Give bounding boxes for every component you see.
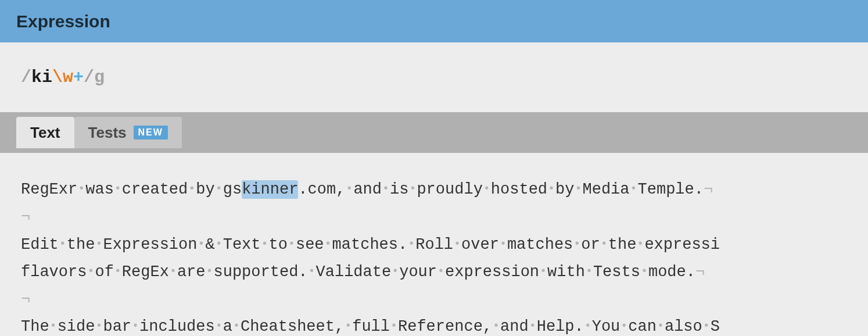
whitespace-dot-icon: •	[87, 264, 95, 278]
text-word: was	[85, 181, 114, 198]
tab-tests[interactable]: Tests NEW	[74, 117, 182, 148]
whitespace-dot-icon: •	[640, 264, 648, 278]
text-word: Help.	[537, 318, 584, 335]
text-word: &	[206, 236, 215, 253]
whitespace-dot-icon: •	[382, 182, 390, 195]
text-word: expression	[445, 263, 539, 281]
whitespace-dot-icon: •	[483, 182, 491, 195]
text-word: are	[177, 263, 206, 281]
text-word: Media	[583, 181, 630, 198]
whitespace-dot-icon: •	[657, 319, 665, 333]
regex-flags: g	[94, 67, 105, 87]
text-word: side	[58, 318, 95, 335]
whitespace-dot-icon: •	[492, 319, 500, 333]
text-word: to	[269, 236, 288, 253]
text-line: ¬	[21, 203, 847, 231]
text-word: with	[547, 263, 585, 281]
new-badge: NEW	[134, 126, 168, 140]
text-word: Edit	[21, 236, 59, 253]
whitespace-dot-icon: •	[600, 237, 608, 251]
whitespace-dot-icon: •	[630, 182, 638, 195]
text-word: your	[399, 263, 437, 281]
text-word: matches	[507, 236, 573, 253]
whitespace-dot-icon: •	[344, 319, 352, 333]
text-word: over	[461, 236, 499, 253]
whitespace-dot-icon: •	[95, 237, 103, 251]
text-input-area[interactable]: RegExr•was•created•by•gskinner.com,•and•…	[0, 153, 868, 336]
text-word: by	[196, 181, 214, 198]
whitespace-dot-icon: •	[197, 237, 205, 251]
whitespace-dot-icon: •	[499, 237, 507, 251]
regex-close-delimiter: /	[84, 67, 94, 87]
whitespace-dot-icon: •	[308, 264, 316, 278]
whitespace-dot-icon: •	[702, 319, 711, 333]
line-break-icon: ¬	[695, 263, 705, 281]
whitespace-dot-icon: •	[407, 237, 415, 251]
whitespace-dot-icon: •	[114, 264, 122, 278]
text-word: You	[592, 318, 620, 335]
whitespace-dot-icon: •	[77, 182, 85, 195]
text-word: of	[95, 263, 113, 281]
text-word: S	[711, 318, 720, 335]
whitespace-dot-icon: •	[345, 182, 353, 195]
text-word: expressi	[644, 236, 720, 253]
regex-match: kinner	[242, 180, 298, 199]
text-word: bar	[103, 318, 131, 335]
text-word: Expression	[103, 236, 197, 253]
whitespace-dot-icon: •	[437, 264, 445, 278]
text-word: flavors	[21, 263, 87, 281]
whitespace-dot-icon: •	[547, 182, 555, 195]
line-break-icon: ¬	[21, 291, 30, 308]
text-word: Reference,	[398, 318, 492, 335]
whitespace-dot-icon: •	[95, 319, 103, 333]
text-word: and	[353, 181, 382, 198]
whitespace-dot-icon: •	[49, 319, 58, 333]
text-word: see	[296, 236, 324, 253]
text-line: Edit•the•Expression•&•Text•to•see•matche…	[21, 231, 847, 259]
whitespace-dot-icon: •	[169, 264, 177, 278]
text-word: Validate	[316, 263, 392, 281]
whitespace-dot-icon: •	[408, 182, 417, 195]
text-word: Roll	[415, 236, 453, 253]
tab-text[interactable]: Text	[16, 117, 74, 148]
text-word: by	[555, 181, 574, 198]
text-word: supported.	[214, 263, 308, 281]
text-line: The•side•bar•includes•a•Cheatsheet,•full…	[21, 313, 847, 336]
regex-open-delimiter: /	[21, 67, 31, 87]
text-word: also	[665, 318, 702, 335]
whitespace-dot-icon: •	[636, 237, 644, 251]
text-word: or	[581, 236, 600, 253]
regex-charclass: \w	[52, 67, 73, 87]
whitespace-dot-icon: •	[288, 237, 296, 251]
whitespace-dot-icon: •	[188, 182, 196, 195]
whitespace-dot-icon: •	[575, 182, 583, 195]
tab-text-label: Text	[30, 124, 60, 142]
whitespace-dot-icon: •	[453, 237, 461, 251]
whitespace-dot-icon: •	[573, 237, 581, 251]
expression-input[interactable]: / ki \w + / g	[0, 42, 868, 112]
whitespace-dot-icon: •	[620, 319, 628, 333]
text-word: Cheatsheet,	[241, 318, 344, 335]
regex-literal: ki	[31, 67, 52, 87]
text-word: created	[122, 181, 188, 198]
whitespace-dot-icon: •	[390, 319, 398, 333]
text-word: Text	[223, 236, 261, 253]
line-break-icon: ¬	[704, 181, 713, 198]
whitespace-dot-icon: •	[539, 264, 547, 278]
whitespace-dot-icon: •	[131, 319, 139, 333]
text-word: matches.	[332, 236, 408, 253]
whitespace-dot-icon: •	[215, 182, 223, 195]
whitespace-dot-icon: •	[215, 237, 223, 251]
whitespace-dot-icon: •	[391, 264, 399, 278]
text-word: RegEx	[122, 263, 169, 281]
line-break-icon: ¬	[21, 208, 30, 226]
text-word: the	[67, 236, 95, 253]
text-word: is	[390, 181, 408, 198]
text-word: includes	[139, 318, 215, 335]
whitespace-dot-icon: •	[529, 319, 537, 333]
text-word: hosted	[491, 181, 547, 198]
expression-header: Expression	[0, 0, 868, 42]
whitespace-dot-icon: •	[232, 319, 241, 333]
expression-header-title: Expression	[16, 12, 110, 31]
text-word: The	[21, 318, 49, 335]
